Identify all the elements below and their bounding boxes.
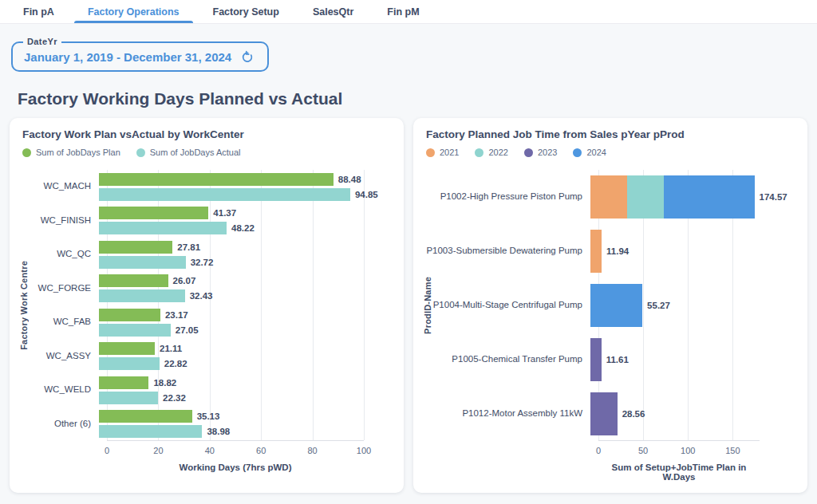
tab-factory-setup[interactable]: Factory Setup (196, 0, 296, 23)
legend-item[interactable]: 2021 (426, 148, 459, 157)
tab-fin-pm[interactable]: Fin pM (370, 0, 436, 23)
chart-row: WC_FINISH41.3748.22 (22, 204, 391, 238)
date-filter-label: DateYr (23, 37, 61, 46)
bar[interactable]: 32.72 (99, 256, 364, 269)
bar[interactable]: 48.22 (99, 222, 364, 234)
category-label: P1005-Chemical Transfer Pump (426, 354, 590, 365)
stacked-bar[interactable]: 11.94 (590, 230, 760, 273)
bar[interactable]: 27.81 (99, 241, 364, 254)
workcenter-chart-title: Factory Work Plan vsActual by WorkCenter (22, 128, 391, 140)
x-axis: 050100150 (598, 446, 760, 458)
stacked-bar[interactable]: 28.56 (590, 392, 760, 435)
value-label: 35.13 (197, 411, 220, 421)
bars-area: 23.1727.05 (99, 305, 391, 340)
bar-segment-2023[interactable] (590, 338, 602, 381)
value-label: 23.17 (165, 310, 188, 320)
date-range-filter[interactable]: DateYr January 1, 2019 - December 31, 20… (11, 41, 269, 72)
legend-dot-icon (475, 148, 483, 157)
bar[interactable]: 32.43 (99, 289, 364, 302)
stacked-bar[interactable]: 11.61 (590, 338, 760, 381)
bar[interactable]: 94.85 (99, 188, 364, 201)
bar[interactable]: 88.48 (99, 173, 364, 186)
top-tab-bar: Fin pA Factory Operations Factory Setup … (0, 0, 817, 24)
bar-segment-2023[interactable] (590, 392, 618, 435)
jobtime-chart-legend: 2021202220232024 (426, 148, 795, 157)
legend-item[interactable]: Sum of JobDays Plan (22, 148, 120, 157)
chart-row: WC_MACH88.4894.85 (22, 170, 391, 204)
bar[interactable]: 22.82 (99, 357, 364, 370)
value-label: 88.48 (338, 175, 361, 184)
legend-dot-icon (22, 148, 31, 157)
value-label: 174.57 (760, 192, 787, 202)
bars-area: 88.4894.85 (99, 170, 391, 204)
value-label: 38.98 (207, 427, 230, 436)
stacked-bar[interactable]: 174.57 (590, 175, 760, 219)
stacked-bar[interactable]: 55.27 (590, 284, 760, 327)
bar[interactable]: 21.11 (99, 342, 364, 355)
value-label: 27.05 (176, 325, 199, 335)
chart-row: P1004-Multi-Stage Centrifugal Pump55.27 (426, 278, 795, 333)
value-label: 27.81 (177, 242, 200, 252)
category-label: P1002-High Pressure Piston Pump (426, 191, 590, 203)
bar-segment-2021[interactable] (590, 230, 602, 273)
jobtime-chart-card: Factory Planned Job Time from Sales pYea… (413, 118, 807, 493)
value-label: 11.61 (606, 355, 629, 364)
value-label: 94.85 (355, 190, 378, 199)
chart-plot: ProdID-NameP1002-High Pressure Piston Pu… (426, 170, 795, 482)
legend-item[interactable]: 2022 (475, 148, 507, 157)
legend-item[interactable]: 2023 (524, 148, 557, 157)
legend-label: 2024 (586, 148, 606, 157)
chart-row: WC_QC27.8132.72 (22, 238, 391, 272)
bar-segment-2024[interactable] (664, 175, 754, 219)
bar[interactable]: 22.32 (99, 392, 364, 404)
bar-segment-2024[interactable] (590, 284, 642, 327)
value-label: 28.56 (622, 409, 645, 419)
workcenter-chart-legend: Sum of JobDays PlanSum of JobDays Actual (22, 148, 391, 157)
x-tick-label: 40 (205, 446, 215, 455)
bar[interactable]: 41.37 (99, 207, 364, 219)
chart-row: P1003-Submersible Dewatering Pump11.94 (426, 224, 795, 278)
bar-segment-2022[interactable] (627, 175, 664, 219)
value-label: 32.43 (190, 291, 213, 301)
chart-rows: WC_MACH88.4894.85WC_FINISH41.3748.22WC_Q… (22, 170, 391, 441)
x-tick-label: 0 (596, 446, 601, 455)
bar[interactable]: 38.98 (99, 425, 364, 438)
legend-dot-icon (426, 148, 435, 157)
category-label: P1003-Submersible Dewatering Pump (426, 246, 590, 257)
bar[interactable]: 26.07 (99, 274, 364, 287)
value-label: 18.82 (153, 378, 176, 388)
x-tick-label: 20 (153, 446, 163, 455)
charts-row: Factory Work Plan vsActual by WorkCenter… (10, 118, 807, 493)
legend-item[interactable]: Sum of JobDays Actual (136, 148, 241, 157)
x-axis-title: Working Days (7hrs pWD) (107, 463, 364, 472)
chart-row: WC_WELD18.8222.32 (22, 373, 391, 408)
chart-row: Other (6)35.1338.98 (22, 408, 391, 442)
bar[interactable]: 27.05 (99, 324, 364, 337)
bar[interactable]: 18.82 (99, 376, 364, 389)
date-filter-value[interactable]: January 1, 2019 - December 31, 2024 (24, 50, 231, 64)
legend-item[interactable]: 2024 (573, 148, 606, 157)
value-label: 48.22 (231, 223, 255, 233)
reset-icon[interactable] (241, 50, 255, 64)
category-label: WC_QC (22, 249, 99, 260)
bars-area: 11.94 (590, 224, 795, 278)
bars-area: 41.3748.22 (99, 204, 391, 238)
tab-factory-operations[interactable]: Factory Operations (71, 0, 196, 23)
x-tick-label: 60 (256, 446, 266, 455)
legend-dot-icon (524, 148, 533, 157)
chart-row: WC_ASSY21.1122.82 (22, 340, 391, 374)
tab-fin-pa[interactable]: Fin pA (6, 0, 71, 23)
chart-rows: P1002-High Pressure Piston Pump174.57P10… (426, 170, 795, 441)
bar[interactable]: 23.17 (99, 309, 364, 321)
bars-area: 18.8222.32 (99, 373, 391, 408)
legend-label: Sum of JobDays Actual (150, 148, 241, 157)
bar-segment-2021[interactable] (590, 175, 627, 219)
legend-label: 2023 (538, 148, 557, 157)
bar[interactable]: 35.13 (99, 410, 364, 423)
bars-area: 28.56 (590, 387, 795, 441)
tab-salesqtr[interactable]: SalesQtr (296, 0, 370, 23)
value-label: 32.72 (191, 258, 214, 267)
value-label: 21.11 (160, 344, 182, 353)
bars-area: 26.0732.43 (99, 272, 391, 306)
bars-area: 55.27 (590, 278, 795, 333)
